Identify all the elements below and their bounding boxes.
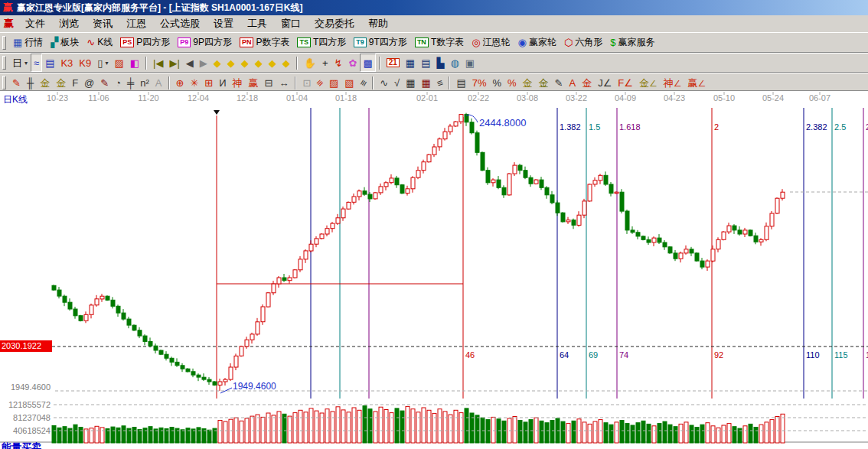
percent-lines-button[interactable]: % (504, 73, 520, 92)
menu-item-交易委托[interactable]: 交易委托 (308, 15, 361, 32)
fan-box-2-button[interactable]: ▧ (341, 73, 357, 92)
9p-square-button[interactable]: P99P四方形 (174, 34, 236, 52)
menu-item-设置[interactable]: 设置 (207, 15, 240, 32)
gold-red-button[interactable]: 金 (579, 73, 595, 92)
winner-wheel-button[interactable]: ◉赢家轮 (514, 34, 560, 52)
gold-grid-1-button[interactable]: 金 (37, 73, 53, 92)
ying-grid-button[interactable]: 赢 (246, 73, 262, 92)
toolbar-grip[interactable] (2, 76, 6, 89)
hexagon-button[interactable]: ⬡六角形 (560, 34, 606, 52)
save-button[interactable]: ▙ (433, 54, 447, 72)
menu-item-资讯[interactable]: 资讯 (86, 15, 119, 32)
prev-screen-button[interactable]: ◀ (183, 54, 197, 72)
a-guides-button[interactable]: A (152, 73, 165, 92)
percent-zone-button[interactable]: 7% (469, 73, 490, 92)
compress-v-button[interactable]: ◆ (279, 54, 293, 72)
circle-cross-button[interactable]: ⊕ (173, 73, 188, 92)
p-number-button[interactable]: PNP数字表 (236, 34, 294, 52)
box-frame-button[interactable]: ⊡ (299, 73, 314, 92)
9t-square-button[interactable]: T99T四方形 (350, 34, 411, 52)
crosshair-tool-button[interactable]: + (319, 54, 331, 72)
calculator-button[interactable]: ▦ (403, 54, 418, 72)
hash-lines-button[interactable]: ╪ (124, 73, 137, 92)
gann-grid-module-button[interactable]: ▩ (360, 54, 375, 72)
toolbar-grip[interactable] (2, 56, 6, 70)
period-day-button[interactable]: 日▾ (9, 54, 31, 72)
expand-h-button[interactable]: ◆ (238, 54, 252, 72)
fan-box-1-button[interactable]: ▨ (326, 73, 341, 92)
grid-lines-button[interactable]: ╫ (24, 73, 37, 92)
shen-grid-button[interactable]: 神 (230, 73, 246, 92)
notes-button[interactable]: ▤ (418, 54, 433, 72)
menu-item-江恩[interactable]: 江恩 (119, 15, 153, 32)
star-burst-button[interactable]: ✳ (187, 73, 201, 92)
spiral-button[interactable]: @ (81, 73, 97, 92)
zoom-left-button[interactable]: ◆ (210, 54, 224, 72)
first-screen-button[interactable]: |◀ (150, 54, 166, 72)
angle-set-button[interactable]: ≡ (357, 73, 370, 92)
menu-item-文件[interactable]: 文件 (18, 15, 52, 32)
compress-h-button[interactable]: ◆ (252, 54, 266, 72)
toolbar-grip[interactable] (2, 36, 6, 50)
gann-wheel-button[interactable]: ◎江恩轮 (468, 34, 514, 52)
draw-brush-button[interactable]: ✎ (9, 73, 24, 92)
info-panel-button[interactable]: ▤ (42, 54, 57, 72)
a-wave-button[interactable]: A (566, 73, 579, 92)
t-square-button[interactable]: TST四方形 (293, 34, 350, 52)
grid-box-1-button[interactable]: ▦ (403, 73, 418, 92)
chart-area[interactable]: 10-2311-0611-2012-0412-1801-0401-1802-01… (0, 90, 868, 449)
grid-box-2-button[interactable]: ▦ (419, 73, 434, 92)
hand-tool-button[interactable]: ✋ (301, 54, 319, 72)
kline-chart[interactable]: 10-2311-0611-2012-0412-1801-0401-1802-01… (0, 91, 868, 449)
sectors-button[interactable]: ▞板块 (47, 34, 83, 52)
menu-item-工具[interactable]: 工具 (240, 15, 274, 32)
kline-button[interactable]: ∿K线 (83, 34, 116, 52)
f-angle-button[interactable]: F∠ (615, 73, 636, 92)
pattern-grid-button[interactable]: ▨ (111, 54, 126, 72)
n2-grid-button[interactable]: n² (137, 73, 152, 92)
gold-grid-2-button[interactable]: 金 (53, 73, 69, 92)
number-box-button[interactable]: ⊟ (262, 73, 276, 92)
shen-angle-button[interactable]: 神∠ (661, 73, 685, 92)
wave-check-button[interactable]: √ (391, 73, 403, 92)
gold-circle-button[interactable]: 金 (520, 73, 536, 92)
box-star-button[interactable]: ⊞ (201, 73, 216, 92)
save-web-button[interactable]: ◍ (447, 54, 462, 72)
next-screen-button[interactable]: ▶ (197, 54, 210, 72)
color-bars-button[interactable]: ◧ (127, 54, 142, 72)
last-screen-button[interactable]: ▶| (166, 54, 182, 72)
calendar-button[interactable]: 21 (383, 54, 403, 72)
menu-item-浏览[interactable]: 浏览 (52, 15, 86, 32)
candle-marker-button[interactable]: ✎ (552, 73, 566, 92)
percent-button[interactable]: % (489, 73, 504, 92)
n-mark-button[interactable]: И (216, 73, 229, 92)
print-net-button[interactable]: ▣ (462, 54, 478, 72)
width-arrows-button[interactable]: ↔ (276, 73, 292, 92)
ying-angle-button[interactable]: 赢∠ (685, 73, 710, 92)
menu-item-公式选股[interactable]: 公式选股 (153, 15, 207, 32)
menu-item-帮助[interactable]: 帮助 (361, 15, 395, 32)
p-square-button[interactable]: PSP四方形 (116, 34, 174, 52)
gold-angle-button[interactable]: 金∠ (636, 73, 661, 92)
zoom-right-button[interactable]: ◆ (224, 54, 238, 72)
menu-item-窗口[interactable]: 窗口 (274, 15, 308, 32)
red-marker-button[interactable]: ✎ (97, 73, 112, 92)
price-table-button[interactable]: ▤ (453, 73, 468, 92)
candle-style-button[interactable]: ▯▾ (94, 54, 111, 72)
winner-service-button[interactable]: $赢家服务 (606, 34, 658, 52)
zigzag-button[interactable]: ∿ (377, 73, 391, 92)
parallel-button[interactable]: ≡ (434, 73, 446, 92)
shape-pink-button[interactable]: ✿ (346, 54, 361, 72)
gann-fan-button[interactable]: ≡ (314, 73, 326, 92)
expand-v-button[interactable]: ◆ (266, 54, 279, 72)
k9-compress-button[interactable]: K9 (76, 54, 94, 72)
k3-compress-button[interactable]: K3 (57, 54, 76, 72)
t-number-button[interactable]: TNT数字表 (411, 34, 468, 52)
pointer-curve-button[interactable]: ↯ (331, 54, 346, 72)
quotes-button[interactable]: ▦行情 (9, 34, 47, 52)
gold-lines-button[interactable]: 金 (536, 73, 552, 92)
time-dial-button[interactable]: ◔ (112, 73, 124, 92)
f-grid-button[interactable]: F (69, 73, 81, 92)
overlay-wave-button[interactable]: ≈ (31, 54, 42, 72)
j-angle-button[interactable]: J∠ (595, 73, 615, 92)
